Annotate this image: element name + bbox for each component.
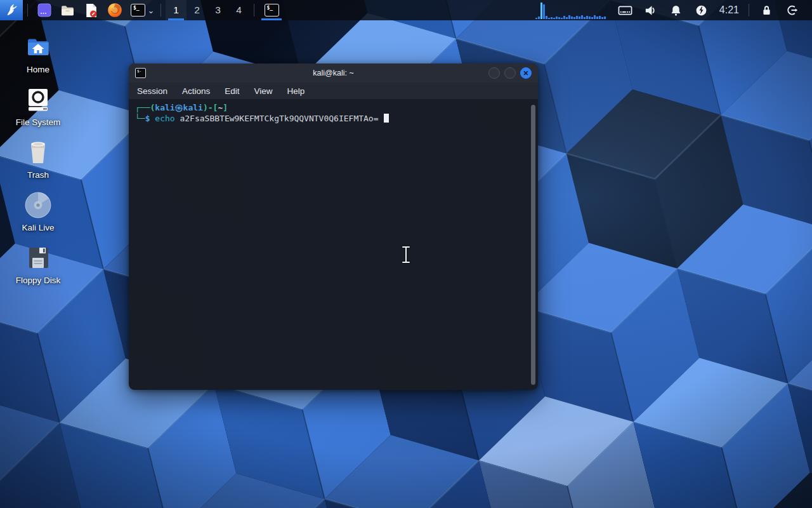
kali-menu-button[interactable] [0,0,23,20]
desktop-icon-label: File System [16,117,61,127]
prompt-corner: └─ [135,114,145,123]
workspace-2-label: 2 [194,4,200,16]
desktop-icon-label: Floppy Disk [16,276,61,285]
active-workspace-underline [168,18,184,20]
prompt-close: ] [223,103,228,112]
launcher-firefox[interactable] [103,0,126,20]
cpu-usage-graph[interactable] [535,0,606,20]
desktop-icon-floppy-disk[interactable]: Floppy Disk [11,243,65,285]
desktop-icon-trash[interactable]: Trash [11,137,65,180]
chevron-down-icon[interactable]: ⌄ [146,6,156,15]
text-editor-icon [83,3,99,18]
show-desktop-icon [37,3,52,18]
panel-separator [749,4,749,17]
floppy-disk-icon [23,243,53,273]
hard-drive-icon [23,84,53,115]
menu-actions[interactable]: Actions [182,86,210,96]
window-terminal-icon: $- [135,68,146,78]
launcher-text-editor[interactable] [79,0,103,20]
notifications-bell-icon[interactable] [669,3,684,18]
menu-view[interactable]: View [254,86,273,96]
panel-separator [254,4,254,17]
window-titlebar[interactable]: $- kali@kali: ~ ✕ [129,64,538,83]
trash-icon [23,137,53,168]
taskbar-terminal-window-button[interactable]: $_ [259,0,284,20]
close-button[interactable]: ✕ [520,67,532,79]
volume-icon[interactable] [643,3,658,18]
prompt-line-2: └─$ echo a2FsaSBBTEw9KEFMTCkgTk9QQVNTV0Q… [135,113,527,124]
terminal-cursor [384,114,389,123]
panel-separator [160,4,161,17]
close-icon: ✕ [523,70,529,77]
menu-session[interactable]: Session [137,86,167,96]
desktop-icon-home[interactable]: Home [11,32,65,74]
desktop-icon-kali-live[interactable]: Kali Live [11,190,65,232]
prompt-line-1: ┌──(kali㉿kali)-[~] [135,102,527,113]
terminal-icon: $_ [131,4,145,17]
workspace-4[interactable]: 4 [228,0,249,20]
desktop-icon-label: Kali Live [22,223,54,232]
prompt-separator: )-[ [203,103,218,112]
active-task-underline [261,18,282,20]
home-folder-icon [23,32,53,62]
desktop-icon-file-system[interactable]: File System [11,84,65,127]
terminal-output-area[interactable]: ┌──(kali㉿kali)-[~] └─$ echo a2FsaSBBTEw9… [129,100,538,390]
workspace-3-label: 3 [215,4,221,16]
terminal-scrollbar-thumb[interactable] [531,105,535,385]
prompt-open: ┌──( [135,103,155,112]
terminal-menubar: Session Actions Edit View Help [129,83,538,100]
firefox-icon [107,2,123,18]
prompt-dollar: $ [145,114,150,123]
top-panel: $_ ⌄ 1 2 3 4 $_ [0,0,812,20]
terminal-window: $- kali@kali: ~ ✕ Session Actions Edit V… [129,64,538,390]
workspace-3[interactable]: 3 [207,0,228,20]
launcher-show-desktop[interactable] [32,0,56,20]
prompt-user-host: kali㉿kali [155,103,203,112]
menu-edit[interactable]: Edit [225,86,239,96]
panel-separator [27,4,28,17]
workspace-1[interactable]: 1 [166,0,187,20]
workspace-1-label: 1 [173,4,179,16]
window-title: kali@kali: ~ [129,69,538,77]
power-manager-icon[interactable] [694,3,709,18]
logout-icon[interactable] [784,3,799,18]
workspace-2[interactable]: 2 [187,0,207,20]
lock-screen-icon[interactable] [759,3,774,18]
typed-command: echo [155,114,174,123]
optical-disc-icon [23,190,53,220]
file-manager-icon [60,3,75,18]
workspace-4-label: 4 [236,4,242,16]
clock[interactable]: 4:21 [719,4,739,16]
command-argument: a2FsaSBBTEw9KEFMTCkgTk9QQVNTV0Q6IEFMTAo= [180,114,378,123]
desktop-icon-list: Home File System Trash Kali Live [11,32,65,295]
launcher-file-manager[interactable] [56,0,79,20]
kali-dragon-icon [4,3,19,18]
keyboard-indicator-icon[interactable] [618,3,633,18]
minimize-button[interactable] [488,67,500,79]
terminal-icon: $_ [265,4,279,17]
desktop-icon-label: Trash [27,170,49,180]
menu-help[interactable]: Help [287,86,305,96]
desktop-icon-label: Home [27,65,49,74]
maximize-button[interactable] [504,67,516,79]
